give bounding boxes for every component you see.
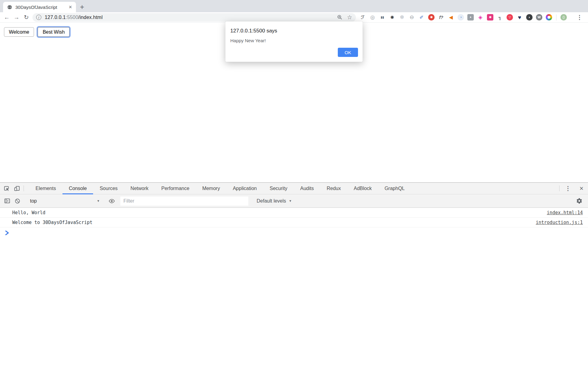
welcome-button[interactable]: Welcome [4,27,34,37]
console-filter-input[interactable] [120,196,248,206]
bookmark-star-icon[interactable]: ☆ [347,14,352,20]
gear-square-extension-icon[interactable]: ✱ [487,14,493,21]
devtools-tab-security[interactable]: Security [263,183,294,194]
devtools-tab-graphql[interactable]: GraphQL [378,183,411,194]
log-levels-dropdown[interactable]: Default levels ▼ [257,198,292,204]
url-omnibox[interactable]: i 127.0.0.1:5500/index.html ☆ [32,13,356,22]
forward-icon[interactable]: → [12,14,21,20]
url-host: 127.0.0.1 [45,15,66,20]
alert-dialog-message: Happy New Year! [230,38,358,43]
devtools-tab-network[interactable]: Network [124,183,155,194]
devtools-tab-memory[interactable]: Memory [196,183,226,194]
devtools-tab-audits[interactable]: Audits [294,183,320,194]
heart-lens-extension-icon[interactable]: ♥ [516,14,523,21]
console-source-link[interactable]: introduction.js:1 [536,220,583,225]
chevron-down-icon: ▼ [289,199,292,203]
settings-gear-icon[interactable] [574,198,584,204]
bug-extension-icon[interactable]: ✺ [389,14,395,21]
circle-minus-extension-icon[interactable]: ⊖ [409,14,415,21]
console-source-link[interactable]: index.html:14 [547,210,583,215]
page-zoom-icon[interactable] [337,14,343,20]
devtools-tab-bar: ElementsConsoleSourcesNetworkPerformance… [0,183,588,194]
pie-extension-icon[interactable]: ◗ [526,14,533,21]
alert-ok-button[interactable]: OK [338,48,358,57]
context-label: top [30,198,37,204]
pocket-extension-icon[interactable]: ▽ [507,14,513,21]
live-expression-eye-icon[interactable] [107,198,117,204]
devtools-close-icon[interactable]: × [575,183,588,194]
reload-icon[interactable]: ↻ [21,14,31,20]
devtools-tab-application[interactable]: Application [226,183,263,194]
browser-window: { "browser": { "tab_title": "30DaysOfJav… [0,0,588,366]
console-message-text: Hello, World [12,210,45,215]
alert-dialog-title: 127.0.0.1:5500 says [230,28,358,34]
console-message-row: Hello, Worldindex.html:14 [0,208,588,218]
devtools-tab-redux[interactable]: Redux [320,183,347,194]
swirl-extension-icon[interactable]: ◔ [458,14,464,21]
tab-title: 30DaysOfJavaScript [15,5,65,10]
devtools-tabs: ElementsConsoleSourcesNetworkPerformance… [29,183,411,194]
json-brackets-extension-icon[interactable]: {} [560,14,567,21]
fonts-help-extension-icon[interactable]: f? [438,14,444,21]
devtools-tab-elements[interactable]: Elements [29,183,62,194]
levels-label: Default levels [257,198,286,204]
chrome-menu-kebab-icon[interactable]: ⋮ [574,14,585,21]
color-ring-extension-icon[interactable] [546,14,552,21]
chevron-down-icon: ▼ [97,199,100,203]
clear-console-icon[interactable] [12,198,23,204]
eyedropper-extension-icon[interactable]: ✐ [418,14,425,21]
console-output: Hello, Worldindex.html:14Welcome to 30Da… [0,208,588,366]
devtools-divider [559,185,560,191]
console-prompt-chevron-icon [5,230,9,235]
devtools-panel: ElementsConsoleSourcesNetworkPerformance… [0,182,588,366]
extensions-bar: ℱ◎▮▮✺✽⊖✐✱f?◀◔●◈✱┓▽♥◗W{} [360,14,573,21]
alert-dialog: 127.0.0.1:5500 says Happy New Year! OK [225,21,363,62]
devtools-divider [24,185,24,191]
devtools-tab-performance[interactable]: Performance [155,183,196,194]
radar-extension-icon[interactable]: ◎ [369,14,376,21]
devtools-tab-console[interactable]: Console [62,183,93,194]
page-info-icon[interactable]: i [36,15,41,20]
devtools-tab-sources[interactable]: Sources [93,183,124,194]
url-port: :5500 [66,15,78,20]
new-tab-button[interactable]: + [76,2,88,12]
extensions-divider [556,14,556,21]
browser-toolbar: ← → ↻ i 127.0.0.1:5500/index.html ☆ ℱ◎▮▮… [0,12,588,23]
megaphone-extension-icon[interactable]: ◀ [448,14,454,21]
tab-strip: 30DaysOfJavaScript × + [0,0,588,12]
console-message-row: Welcome to 30DaysOfJavaScriptintroductio… [0,218,588,227]
devtools-tabbar-right: ⋮ × [558,183,588,194]
device-toolbar-icon[interactable] [12,183,22,194]
execution-context-selector[interactable]: top ▼ [26,196,103,206]
devtools-menu-kebab-icon[interactable]: ⋮ [561,183,575,194]
w-circle-extension-icon[interactable]: W [536,14,542,21]
console-toolbar: top ▼ Default levels ▼ [0,194,588,208]
best-wish-button[interactable]: Best Wish [38,27,70,37]
flower-extension-icon[interactable]: ✽ [399,14,405,21]
page-favicon-globe-icon [7,5,12,10]
back-icon[interactable]: ← [2,14,12,20]
console-rows: Hello, Worldindex.html:14Welcome to 30Da… [0,208,588,227]
console-sidebar-icon[interactable] [2,198,12,204]
console-prompt[interactable] [0,227,588,235]
browser-tab[interactable]: 30DaysOfJavaScript × [3,2,76,12]
graphql-extension-icon[interactable]: ◈ [477,14,484,21]
console-message-text: Welcome to 30DaysOfJavaScript [12,220,92,225]
devtools-tab-adblock[interactable]: AdBlock [347,183,378,194]
split-bars-extension-icon[interactable]: ▮▮ [379,14,386,21]
corner-arrow-extension-icon[interactable]: ┓ [497,14,503,21]
inspect-element-icon[interactable] [1,183,12,194]
tab-close-icon[interactable]: × [68,4,73,10]
red-hand-extension-icon[interactable]: ✱ [428,14,435,21]
script-f-extension-icon[interactable]: ℱ [360,14,366,21]
url-text: 127.0.0.1:5500/index.html [45,15,103,20]
camera-extension-icon[interactable]: ● [467,14,474,21]
url-path: /index.html [78,15,103,20]
